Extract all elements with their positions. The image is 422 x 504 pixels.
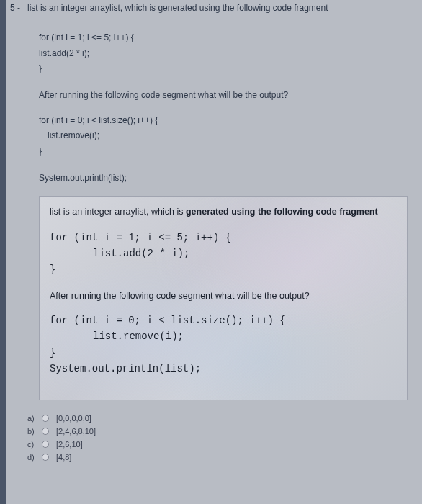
question-intro: list is an integer arraylist, which is g… — [27, 3, 400, 13]
code2-line3: } — [39, 144, 400, 160]
option-d-text: [4,8] — [56, 453, 71, 462]
option-b[interactable]: b) [2,4,6,8,10] — [27, 425, 400, 438]
inner-code2-line4: System.out.println(list); — [50, 361, 397, 377]
option-a[interactable]: a) [0,0,0,0,0] — [27, 412, 400, 425]
answer-options: a) [0,0,0,0,0] b) [2,4,6,8,10] c) [2,6,1… — [27, 412, 400, 464]
inner-code1-line3: } — [50, 261, 397, 277]
inner-intro-prefix: list is an integer arraylist, which is — [50, 207, 186, 217]
inner-code2-line1: for (int i = 0; i < list.size(); i++) { — [50, 312, 397, 328]
code1-line2: list.add(2 * i); — [39, 46, 400, 62]
code1-line1: for (int i = 1; i <= 5; i++) { — [39, 30, 400, 46]
question-number: 5 - — [10, 3, 20, 13]
code2-line4: System.out.println(list); — [39, 173, 400, 183]
inner-prompt: After running the following code segment… — [50, 291, 397, 301]
page-left-edge — [0, 0, 6, 504]
option-d-letter: d) — [27, 453, 37, 462]
question-content: list is an integer arraylist, which is g… — [0, 0, 422, 471]
inner-intro-bold: generated using the following code fragm… — [186, 207, 378, 217]
option-b-text: [2,4,6,8,10] — [56, 427, 96, 436]
inner-code2-line3: } — [50, 345, 397, 361]
code2-line1: for (int i = 0; i < list.size(); i++) { — [39, 113, 400, 129]
radio-icon[interactable] — [42, 454, 49, 461]
option-c-letter: c) — [27, 440, 37, 449]
inner-code1-line1: for (int i = 1; i <= 5; i++) { — [50, 230, 397, 246]
option-c[interactable]: c) [2,6,10] — [27, 438, 400, 451]
option-a-letter: a) — [27, 414, 37, 423]
code-block-1: for (int i = 1; i <= 5; i++) { list.add(… — [39, 30, 400, 77]
radio-icon[interactable] — [42, 441, 49, 448]
radio-icon[interactable] — [42, 415, 49, 422]
code-block-2: for (int i = 0; i < list.size(); i++) { … — [39, 113, 400, 160]
question-prompt: After running the following code segment… — [39, 90, 400, 100]
inner-code-1: for (int i = 1; i <= 5; i++) { list.add(… — [50, 230, 397, 278]
option-d[interactable]: d) [4,8] — [27, 451, 400, 464]
inner-question-box: list is an integer arraylist, which is g… — [39, 196, 408, 401]
radio-icon[interactable] — [42, 428, 49, 435]
inner-code-2: for (int i = 0; i < list.size(); i++) { … — [50, 312, 397, 377]
inner-code2-line2: list.remove(i); — [50, 328, 397, 344]
inner-intro: list is an integer arraylist, which is g… — [50, 207, 397, 217]
option-c-text: [2,6,10] — [56, 440, 83, 449]
option-a-text: [0,0,0,0,0] — [56, 414, 91, 423]
code2-line2: list.remove(i); — [39, 128, 400, 144]
option-b-letter: b) — [27, 427, 37, 436]
code1-line3: } — [39, 61, 400, 77]
inner-code1-line2: list.add(2 * i); — [50, 246, 397, 261]
